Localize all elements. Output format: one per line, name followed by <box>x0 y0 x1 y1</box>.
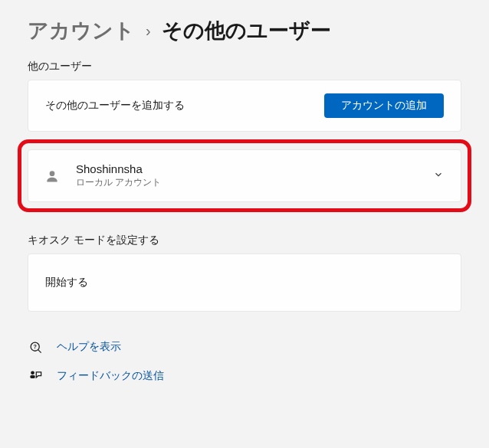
chevron-down-icon <box>433 169 444 182</box>
kiosk-start-text: 開始する <box>45 276 88 289</box>
user-row[interactable]: Shoshinnsha ローカル アカウント <box>28 149 461 202</box>
svg-point-4 <box>31 371 34 374</box>
user-info: Shoshinnsha ローカル アカウント <box>76 162 418 189</box>
user-account-type: ローカル アカウント <box>76 176 418 189</box>
other-users-label: 他のユーザー <box>28 60 461 74</box>
breadcrumb-current: その他のユーザー <box>162 17 331 44</box>
add-other-user-row: その他のユーザーを追加する アカウントの追加 <box>28 80 461 132</box>
breadcrumb-parent[interactable]: アカウント <box>28 17 135 44</box>
kiosk-start-row[interactable]: 開始する <box>28 253 461 312</box>
add-account-button[interactable]: アカウントの追加 <box>324 93 444 118</box>
kiosk-label: キオスク モードを設定する <box>28 234 461 247</box>
svg-rect-5 <box>30 374 34 378</box>
help-link[interactable]: ヘルプを表示 <box>57 340 121 354</box>
feedback-link-row: フィードバックの送信 <box>28 368 461 384</box>
help-icon: ? <box>28 339 43 355</box>
user-name: Shoshinnsha <box>76 162 418 175</box>
svg-point-0 <box>50 171 55 176</box>
chevron-right-icon: › <box>146 23 151 38</box>
help-link-row: ? ヘルプを表示 <box>28 339 461 355</box>
add-other-user-text: その他のユーザーを追加する <box>45 99 185 113</box>
feedback-icon <box>28 368 43 384</box>
svg-line-2 <box>38 349 41 352</box>
user-icon <box>44 168 61 185</box>
highlight-box: Shoshinnsha ローカル アカウント <box>18 139 471 212</box>
svg-text:?: ? <box>33 344 36 350</box>
breadcrumb: アカウント › その他のユーザー <box>28 17 461 44</box>
feedback-link[interactable]: フィードバックの送信 <box>57 369 164 383</box>
